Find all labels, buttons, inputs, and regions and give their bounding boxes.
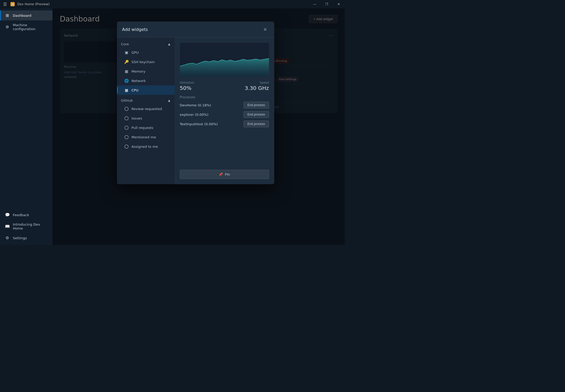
- network-list-item[interactable]: 🌐 Network: [117, 76, 175, 85]
- utilization-stat: Utilization 50%: [180, 81, 194, 91]
- sidebar-item-introducing[interactable]: 📖 Introducing Dev Home: [0, 220, 52, 233]
- memory-item-wrapper: ▦ Memory: [117, 67, 175, 76]
- review-requested-label: Review requested: [132, 107, 162, 111]
- sidebar-label-dashboard: Dashboard: [13, 14, 31, 18]
- ssh-item-wrapper: 🔑 SSH keychain: [117, 57, 175, 67]
- end-process-button-explorer[interactable]: End process: [244, 111, 269, 118]
- modal-title: Add widgets: [122, 27, 148, 32]
- hamburger-menu-icon[interactable]: ☰: [3, 2, 7, 7]
- process-name-devhome: DevHome (0.18%): [180, 103, 211, 107]
- mentioned-me-item[interactable]: Mentioned me: [117, 132, 175, 142]
- minimize-button[interactable]: —: [309, 0, 321, 8]
- utilization-label: Utilization: [180, 81, 194, 84]
- cpu-item-icon: ▦: [124, 88, 129, 92]
- titlebar: ☰ 🏠 Dev Home (Preview) — ❐ ✕: [0, 0, 345, 8]
- introducing-icon: 📖: [5, 224, 10, 229]
- network-item-wrapper: 🌐 Network: [117, 76, 175, 85]
- ssh-item-icon: 🔑: [124, 59, 129, 64]
- github-section-header[interactable]: GitHub ▲: [117, 97, 175, 104]
- app-icon: 🏠: [10, 2, 15, 6]
- restore-button[interactable]: ❐: [321, 0, 333, 8]
- pull-requests-item[interactable]: Pull requests: [117, 123, 175, 132]
- speed-stat: Speed 3.30 GHz: [245, 81, 269, 91]
- widget-list-panel: Core ▲ ▣ GPU 🔑 SSH keychain: [117, 37, 175, 184]
- settings-icon: ⚙: [5, 236, 10, 240]
- sidebar-label-feedback: Feedback: [13, 213, 29, 217]
- sidebar-item-machine-config[interactable]: ⚙ Machine configuration: [0, 20, 52, 34]
- cpu-chart-svg: [180, 43, 269, 77]
- modal-close-button[interactable]: ✕: [262, 26, 269, 33]
- assigned-to-me-icon: [124, 144, 129, 149]
- close-button[interactable]: ✕: [333, 0, 345, 8]
- widget-detail-panel: Utilization 50% Speed 3.30 GHz Processes…: [175, 37, 274, 184]
- network-item-label: Network: [132, 79, 146, 83]
- processes-label: Processes: [180, 95, 269, 99]
- sidebar-label-settings: Settings: [13, 236, 27, 240]
- speed-value: 3.30 GHz: [245, 85, 269, 91]
- feedback-icon: 💬: [5, 213, 10, 217]
- mentioned-me-icon: [124, 135, 129, 139]
- issues-list-label: Issues: [132, 116, 142, 120]
- process-row-textinputhost: TextInputHost (0.00%) End process: [180, 121, 269, 127]
- github-chevron-icon: ▲: [168, 99, 170, 102]
- window-controls: — ❐ ✕: [309, 0, 345, 8]
- sidebar-label-machine-config: Machine configuration: [13, 23, 48, 31]
- process-row-devhome: DevHome (0.18%) End process: [180, 102, 269, 108]
- cpu-item-label: CPU: [132, 88, 138, 92]
- pull-requests-label: Pull requests: [132, 126, 153, 130]
- sidebar-item-dashboard[interactable]: ⊞ Dashboard: [0, 10, 52, 20]
- process-row-explorer: explorer (0.00%) End process: [180, 111, 269, 118]
- app-title: Dev Home (Preview): [17, 2, 50, 6]
- add-widgets-modal: Add widgets ✕ Core ▲ ▣ GPU: [117, 21, 274, 184]
- memory-item-icon: ▦: [124, 69, 129, 74]
- review-requested-icon: [124, 106, 129, 111]
- pin-label: Pin: [225, 172, 230, 176]
- dashboard-icon: ⊞: [5, 13, 10, 18]
- sidebar-item-feedback[interactable]: 💬 Feedback: [0, 210, 52, 220]
- memory-item-label: Memory: [132, 69, 146, 73]
- modal-header: Add widgets ✕: [117, 21, 274, 37]
- stats-row: Utilization 50% Speed 3.30 GHz: [180, 81, 269, 91]
- core-section-label: Core: [121, 42, 129, 46]
- assigned-to-me-label: Assigned to me: [132, 145, 158, 149]
- cpu-item-wrapper: ▦ CPU: [117, 85, 175, 95]
- core-chevron-icon: ▲: [168, 42, 170, 46]
- speed-label: Speed: [245, 81, 269, 84]
- sidebar: ⊞ Dashboard ⚙ Machine configuration 💬 Fe…: [0, 8, 52, 245]
- machine-config-icon: ⚙: [5, 25, 10, 29]
- process-name-explorer: explorer (0.00%): [180, 113, 208, 117]
- mentioned-me-label: Mentioned me: [132, 135, 156, 139]
- review-requested-item[interactable]: Review requested: [117, 104, 175, 113]
- gpu-item-wrapper: ▣ GPU: [117, 48, 175, 57]
- issues-list-item[interactable]: Issues: [117, 113, 175, 123]
- end-process-button-devhome[interactable]: End process: [244, 102, 269, 108]
- memory-list-item[interactable]: ▦ Memory: [117, 67, 175, 76]
- sidebar-bottom: 💬 Feedback 📖 Introducing Dev Home ⚙ Sett…: [0, 210, 52, 243]
- end-process-button-textinputhost[interactable]: End process: [244, 121, 269, 127]
- issues-item-icon: [124, 116, 129, 121]
- pin-area: 📌 Pin: [180, 166, 269, 179]
- process-name-textinputhost: TextInputHost (0.00%): [180, 122, 218, 126]
- modal-body: Core ▲ ▣ GPU 🔑 SSH keychain: [117, 37, 274, 184]
- gpu-item-label: GPU: [132, 51, 139, 55]
- cpu-list-item[interactable]: ▦ CPU: [117, 85, 175, 95]
- assigned-to-me-item[interactable]: Assigned to me: [117, 142, 175, 151]
- ssh-item-label: SSH keychain: [132, 60, 155, 64]
- utilization-value: 50%: [180, 85, 194, 91]
- network-item-icon: 🌐: [124, 78, 129, 83]
- cpu-chart-container: [180, 43, 269, 77]
- main-content: Dashboard + Add widget Network ··· Recei…: [52, 8, 345, 245]
- gpu-item-icon: ▣: [124, 50, 129, 55]
- pull-requests-icon: [124, 125, 129, 130]
- app-layout: ⊞ Dashboard ⚙ Machine configuration 💬 Fe…: [0, 8, 345, 245]
- gpu-list-item[interactable]: ▣ GPU: [117, 48, 175, 57]
- ssh-list-item[interactable]: 🔑 SSH keychain: [117, 57, 175, 67]
- github-section-label: GitHub: [121, 99, 133, 102]
- pin-button[interactable]: 📌 Pin: [180, 170, 269, 179]
- sidebar-label-introducing: Introducing Dev Home: [13, 222, 48, 230]
- core-section-header[interactable]: Core ▲: [117, 41, 175, 48]
- pin-icon: 📌: [219, 172, 223, 176]
- sidebar-item-settings[interactable]: ⚙ Settings: [0, 233, 52, 243]
